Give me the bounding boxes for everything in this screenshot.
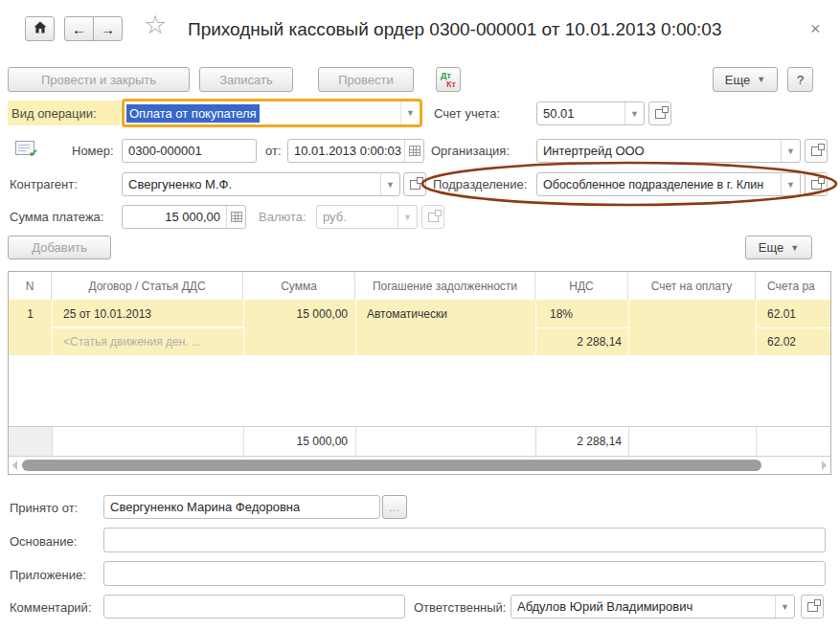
- more-label: Еще: [725, 73, 750, 87]
- scroll-right-icon[interactable]: [822, 461, 827, 470]
- horizontal-scrollbar[interactable]: [9, 457, 830, 474]
- current-cell-underline: [53, 326, 243, 328]
- cell-repayment[interactable]: Автоматически: [367, 300, 534, 327]
- cell-contract[interactable]: 25 от 10.01.2013: [63, 300, 241, 327]
- cell-row-number[interactable]: 1: [9, 300, 52, 327]
- chevron-down-icon: ▼: [786, 146, 795, 156]
- ellipsis-icon: ...: [389, 502, 400, 513]
- col-header-vat[interactable]: НДС: [535, 272, 628, 300]
- received-from-input[interactable]: [103, 495, 380, 519]
- account-value: 50.01: [537, 102, 624, 124]
- calendar-button[interactable]: [404, 140, 423, 162]
- cell-vat-sum[interactable]: 2 288,14: [535, 327, 622, 355]
- account-label: Счет учета:: [434, 106, 500, 121]
- chevron-down-icon: ▼: [781, 602, 789, 612]
- basis-input[interactable]: [103, 528, 826, 552]
- chevron-down-icon: ▼: [386, 180, 395, 190]
- operation-dropdown[interactable]: ▼: [400, 101, 420, 124]
- total-vat: 2 288,14: [535, 427, 622, 456]
- home-icon: [34, 21, 47, 36]
- currency-value: руб.: [317, 206, 397, 228]
- currency-combo[interactable]: руб. ▼: [316, 205, 418, 229]
- comment-label: Комментарий:: [10, 600, 92, 615]
- calculator-icon: [231, 212, 242, 222]
- back-button[interactable]: ←: [64, 16, 94, 41]
- page-title: Приходный кассовый ордер 0300-000001 от …: [188, 19, 722, 40]
- responsible-label: Ответственный:: [414, 600, 506, 615]
- forward-button[interactable]: →: [93, 16, 123, 41]
- contractor-combo[interactable]: Свергуненко М.Ф. ▼: [122, 172, 400, 196]
- operation-value: Оплата от покупателя: [126, 104, 260, 123]
- totals-row-header: [9, 427, 53, 456]
- account-combo[interactable]: 50.01 ▼: [536, 101, 645, 125]
- contractor-dropdown[interactable]: ▼: [380, 173, 399, 195]
- more-label: Еще: [759, 240, 783, 255]
- amount-field[interactable]: 15 000,00: [122, 205, 246, 229]
- operation-label: Вид операции:: [11, 106, 97, 121]
- chevron-down-icon: ▼: [757, 75, 765, 84]
- chevron-down-icon: ▼: [630, 109, 639, 119]
- cell-advance-account[interactable]: 62.02: [767, 327, 830, 355]
- total-sum: 15 000,00: [243, 427, 348, 456]
- scroll-left-icon[interactable]: [12, 461, 17, 470]
- more-button-top[interactable]: Еще ▼: [713, 67, 778, 92]
- organization-dropdown[interactable]: ▼: [781, 140, 800, 162]
- write-button[interactable]: Записать: [199, 67, 293, 92]
- responsible-combo[interactable]: Абдулов Юрий Владимирович ▼: [511, 595, 795, 619]
- col-header-n[interactable]: N: [9, 272, 52, 300]
- appendix-input[interactable]: [103, 561, 826, 586]
- chevron-down-icon: ▼: [406, 108, 415, 118]
- received-from-label: Принято от:: [10, 501, 78, 515]
- cell-vat-rate[interactable]: 18%: [550, 300, 626, 327]
- comment-input[interactable]: [103, 595, 405, 619]
- open-icon: [655, 109, 666, 119]
- favorite-star-icon[interactable]: ☆: [144, 12, 167, 38]
- date-field[interactable]: 10.01.2013 0:00:03: [287, 139, 424, 163]
- responsible-value: Абдулов Юрий Владимирович: [511, 596, 775, 618]
- number-input[interactable]: [122, 139, 257, 163]
- cell-sum[interactable]: 15 000,00: [243, 300, 348, 327]
- open-icon: [428, 213, 439, 222]
- account-dropdown[interactable]: ▼: [624, 102, 644, 124]
- close-icon[interactable]: ×: [810, 20, 821, 37]
- more-button-table[interactable]: Еще ▼: [745, 236, 812, 259]
- open-icon: [811, 146, 822, 156]
- col-header-contract[interactable]: Договор / Статья ДДС: [52, 272, 243, 300]
- appendix-label: Приложение:: [10, 568, 86, 582]
- post-and-close-button[interactable]: Провести и закрыть: [8, 67, 190, 92]
- open-icon: [410, 180, 420, 190]
- dtkt-postings-button[interactable]: Дт Кт: [436, 67, 461, 92]
- currency-open-button[interactable]: [421, 205, 444, 229]
- kt-icon: Кт: [446, 80, 456, 89]
- cell-invoice[interactable]: [628, 300, 756, 327]
- responsible-open-button[interactable]: [801, 595, 824, 619]
- back-icon: ←: [72, 21, 86, 37]
- payment-details-table: N Договор / Статья ДДС Сумма Погашение з…: [8, 271, 831, 475]
- account-open-button[interactable]: [648, 101, 671, 125]
- contractor-value: Свергуненко М.Ф.: [123, 173, 380, 195]
- forward-icon: →: [101, 21, 115, 37]
- add-row-button[interactable]: Добавить: [8, 236, 111, 259]
- table-row[interactable]: 1 25 от 10.01.2013 <Статья движения ден.…: [9, 300, 830, 355]
- cell-cashflow-placeholder[interactable]: <Статья движения ден. ...: [63, 327, 241, 355]
- currency-dropdown[interactable]: ▼: [397, 206, 417, 228]
- col-header-repayment[interactable]: Погашение задолженности: [355, 272, 535, 300]
- home-button[interactable]: [25, 16, 55, 41]
- cell-settlement-account[interactable]: 62.01: [767, 300, 830, 327]
- help-button[interactable]: ?: [787, 67, 813, 92]
- received-from-select-button[interactable]: ...: [382, 495, 407, 519]
- col-header-sum[interactable]: Сумма: [243, 272, 355, 300]
- organization-value: Интертрейд ООО: [537, 140, 781, 162]
- calculator-button[interactable]: [226, 206, 245, 228]
- basis-label: Основание:: [10, 534, 77, 549]
- col-header-accounts[interactable]: Счета ра: [756, 272, 830, 300]
- post-and-close-label: Провести и закрыть: [41, 73, 156, 87]
- chevron-down-icon: ▼: [790, 243, 799, 253]
- chevron-down-icon: ▼: [403, 213, 412, 222]
- col-header-invoice[interactable]: Счет на оплату: [628, 272, 756, 300]
- responsible-dropdown[interactable]: ▼: [775, 596, 794, 618]
- post-button[interactable]: Провести: [318, 67, 414, 92]
- operation-combo[interactable]: Оплата от покупателя ▼: [122, 99, 422, 127]
- scrollbar-thumb[interactable]: [22, 460, 761, 471]
- annotation-ellipse: [420, 160, 839, 208]
